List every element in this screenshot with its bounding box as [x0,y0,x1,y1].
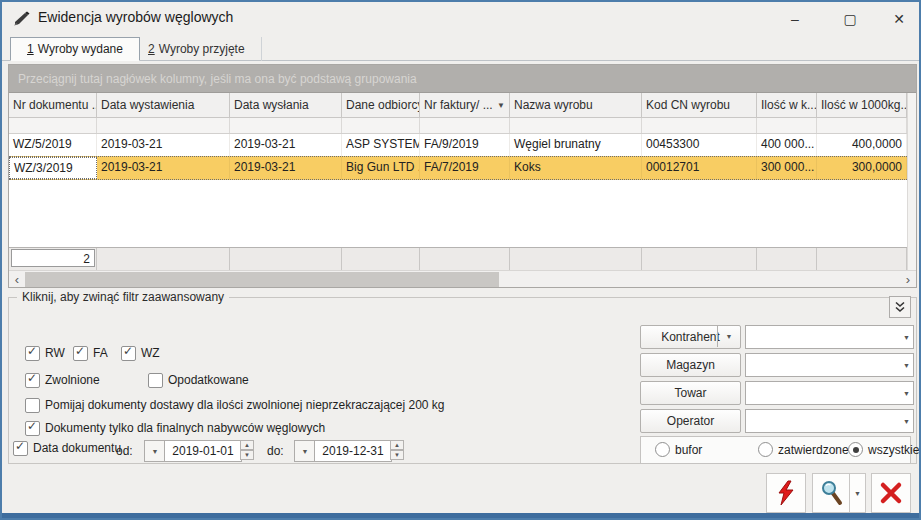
minimize-button[interactable]: – [780,8,810,30]
spinner-up-icon[interactable]: ▲ [390,440,404,450]
dropdown-icon: ▼ [854,490,861,497]
checkbox-pomijaj-dokumenty[interactable]: Pomijaj dokumenty dostawy dla ilości zwo… [25,398,445,413]
advanced-filter-panel: Kliknij, aby zwinąć filtr zaawansowany ✓… [8,297,917,464]
date-from-dropdown[interactable]: ▼ [144,440,166,462]
check-icon: ✓ [123,344,133,358]
filter-panel-title[interactable]: Kliknij, aby zwinąć filtr zaawansowany [17,290,229,304]
column-header[interactable]: Kod CN wyrobu [642,93,757,117]
date-from-label: od: [116,444,133,458]
checkbox-fa[interactable]: ✓ FA [73,346,108,361]
tab-wyroby-przyjete[interactable]: 2 Wyroby przyjęte [132,37,262,61]
window-bottom-border [0,513,921,520]
sort-desc-icon: ▼ [497,101,505,110]
radio-zatwierdzone[interactable]: zatwierdzone [758,442,849,457]
column-header[interactable]: Nr dokumentu ... [9,93,97,117]
tab-wyroby-wydane[interactable]: 1 Wyroby wydane [10,37,140,61]
filter-cell[interactable] [97,118,230,133]
checkbox-data-dokumentu[interactable]: ✓ Data dokumentu [13,441,121,456]
filter-cell[interactable] [9,118,97,133]
filter-cell[interactable] [510,118,642,133]
filter-cell[interactable] [642,118,757,133]
filter-cell[interactable] [342,118,420,133]
close-x-icon [879,481,903,505]
scroll-right-icon[interactable]: › [900,271,916,287]
filter-cell[interactable] [817,118,907,133]
check-icon: ✓ [27,371,37,385]
checkbox-wz[interactable]: ✓ WZ [121,346,160,361]
tab-label: Wyroby przyjęte [159,42,245,56]
date-to-dropdown[interactable]: ▼ [294,440,316,462]
checkbox-box [148,373,163,388]
app-window: Ewidencja wyrobów węglowych – ▢ ✕ 1 Wyro… [0,0,921,520]
window-title: Ewidencja wyrobów węglowych [38,9,233,25]
checkbox-opodatkowane[interactable]: Opodatkowane [148,373,249,388]
summary-row: 2 [9,247,907,270]
towar-button[interactable]: Towar [640,381,741,405]
dropdown-icon: ▼ [726,333,733,340]
column-header[interactable]: Dane odbiorcy [342,93,420,117]
title-bar: Ewidencja wyrobów węglowych – ▢ ✕ [2,2,919,34]
checkbox-rw[interactable]: ✓ RW [25,346,65,361]
column-header[interactable]: Data wystawienia [97,93,230,117]
lightning-icon [775,480,797,506]
radio-bufor[interactable]: bufor [655,442,702,457]
towar-combo[interactable]: ▼ [745,381,914,405]
table-row-selected[interactable]: WZ/3/2019 2019-03-21 2019-03-21 Big Gun … [9,156,907,180]
vertical-scrollbar[interactable] [907,93,916,270]
checkbox-box [25,398,40,413]
dropdown-icon: ▼ [302,448,309,455]
spinner-down-icon[interactable]: ▼ [240,450,254,460]
search-options-dropdown[interactable]: ▼ [849,473,866,513]
table-row[interactable]: WZ/5/2019 2019-03-21 2019-03-21 ASP SYST… [9,134,907,157]
magazyn-button[interactable]: Magazyn [640,353,741,377]
spinner-up-icon[interactable]: ▲ [240,440,254,450]
kontrahent-combo[interactable]: ▼ [745,325,914,349]
tab-strip: 1 Wyroby wydane 2 Wyroby przyjęte [2,37,919,61]
collapse-filter-button[interactable] [889,296,911,318]
operator-button[interactable]: Operator [640,409,741,433]
dropdown-icon: ▼ [152,448,159,455]
filter-cell[interactable] [757,118,817,133]
checkbox-box: ✓ [25,421,40,436]
search-button[interactable] [812,473,852,513]
documents-grid: Przeciągnij tutaj nagłówek kolumny, jeśl… [8,64,917,288]
magazyn-combo[interactable]: ▼ [745,353,914,377]
check-icon: ✓ [27,419,37,433]
tab-accelerator: 2 [148,42,155,56]
scrollbar-thumb[interactable] [25,272,499,287]
scroll-left-icon[interactable]: ‹ [9,271,25,287]
dropdown-icon: ▼ [903,334,910,341]
grid-header-row: Nr dokumentu ... Data wystawienia Data w… [9,93,907,118]
tab-label: Wyroby wydane [38,42,123,56]
date-to-spinner[interactable]: ▲ ▼ [390,440,404,460]
maximize-button[interactable]: ▢ [835,8,865,30]
close-window-button[interactable]: ✕ [884,8,914,30]
kontrahent-split-dropdown[interactable]: ▼ [717,325,740,347]
filter-cell[interactable] [230,118,342,133]
radio-circle [758,442,773,457]
column-header[interactable]: Nazwa wyrobu [510,93,642,117]
spinner-down-icon[interactable]: ▼ [390,450,404,460]
column-header[interactable]: Data wysłania [230,93,342,117]
apply-filter-button[interactable] [766,473,806,513]
date-from-spinner[interactable]: ▲ ▼ [240,440,254,460]
group-by-panel[interactable]: Przeciągnij tutaj nagłówek kolumny, jeśl… [9,65,916,93]
check-icon: ✓ [75,344,85,358]
focused-cell: WZ/3/2019 [9,157,97,179]
date-from-field[interactable]: 2019-01-01 [164,440,242,462]
close-button[interactable] [871,473,911,513]
operator-combo[interactable]: ▼ [745,409,914,433]
minimize-icon: – [791,11,799,27]
filter-cell[interactable] [420,118,510,133]
checkbox-zwolnione[interactable]: ✓ Zwolnione [25,373,100,388]
checkbox-finalni-nabywcy[interactable]: ✓ Dokumenty tylko dla finalnych nabywców… [25,421,325,436]
close-icon: ✕ [893,11,905,27]
check-icon: ✓ [15,439,25,453]
chevron-double-down-icon [894,301,906,313]
column-header[interactable]: Ilość w 1000kg... [817,93,907,117]
column-header[interactable]: Ilość w k... [757,93,817,117]
horizontal-scrollbar[interactable]: ‹ › [9,270,916,287]
column-header-sorted[interactable]: Nr faktury/ ... ▼ [420,93,510,117]
date-to-field[interactable]: 2019-12-31 [314,440,392,462]
radio-wszystkie[interactable]: wszystkie [848,442,919,457]
